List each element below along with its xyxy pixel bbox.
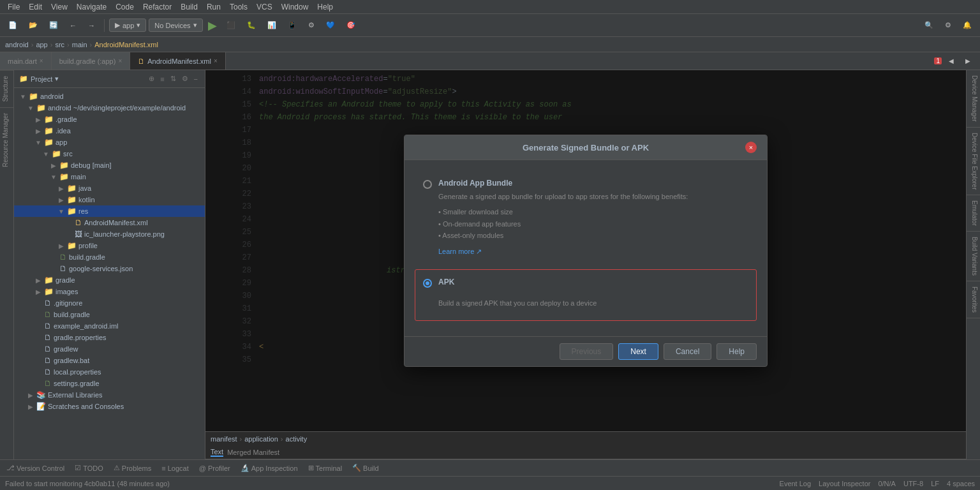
breadcrumb-file[interactable]: AndroidManifest.xml	[94, 41, 158, 48]
manifest-bc-manifest[interactable]: manifest	[211, 435, 237, 443]
left-tab-resource-manager[interactable]: Resource Manager	[0, 107, 13, 172]
tree-item-build-gradle[interactable]: 🗋 build.gradle	[14, 309, 205, 320]
right-tab-build-variants[interactable]: Build Variants	[967, 232, 980, 281]
next-button[interactable]: Next	[618, 343, 658, 360]
notifications-btn[interactable]: 🔔	[958, 19, 976, 32]
back-btn[interactable]: ←	[65, 19, 81, 32]
menu-vcs[interactable]: VCS	[253, 1, 276, 13]
modal-option-apk[interactable]: APK Build a signed APK that you can depl…	[415, 269, 757, 321]
tree-item-android-root[interactable]: ▼ 📁 android	[14, 91, 205, 102]
modal-option-bundle[interactable]: Android App Bundle Generate a signed app…	[415, 170, 757, 264]
new-file-btn[interactable]: 📄	[4, 19, 22, 32]
open-btn[interactable]: 📂	[24, 19, 42, 32]
menu-run[interactable]: Run	[203, 1, 225, 13]
tree-item-scratches[interactable]: ▶ 📝 Scratches and Consoles	[14, 401, 205, 412]
sidebar-action-settings[interactable]: ⚙	[180, 74, 190, 84]
right-tab-favorites[interactable]: Favorites	[967, 281, 980, 318]
status-indent[interactable]: 4 spaces	[947, 480, 975, 487]
radio-apk[interactable]	[423, 279, 432, 288]
menu-navigate[interactable]: Navigate	[73, 1, 110, 13]
menu-window[interactable]: Window	[278, 1, 313, 13]
manifest-tab-merged[interactable]: Merged Manifest	[227, 449, 279, 456]
tree-item-gradle[interactable]: ▶ 📁 .gradle	[14, 114, 205, 125]
tab-androidmanifest[interactable]: 🗋 AndroidManifest.xml ×	[130, 52, 226, 70]
tree-item-res[interactable]: ▼ 📁 res	[14, 205, 205, 217]
tree-item-local-properties[interactable]: 🗋 local.properties	[14, 366, 205, 378]
help-button[interactable]: Help	[716, 343, 757, 360]
sync-btn[interactable]: 🔄	[45, 19, 63, 32]
app-selector[interactable]: ▶ app ▾	[109, 19, 146, 32]
status-line-col[interactable]: 0/N/A	[878, 480, 896, 487]
status-encoding[interactable]: UTF-8	[903, 480, 923, 487]
tab-main-dart[interactable]: main.dart ×	[0, 52, 52, 70]
menu-file[interactable]: File	[4, 1, 24, 13]
tree-item-gradlew-bat[interactable]: 🗋 gradlew.bat	[14, 355, 205, 366]
sidebar-action-locate[interactable]: ⊕	[147, 74, 156, 84]
right-tab-device-file[interactable]: Device File Explorer	[967, 128, 980, 195]
tree-item-settings-gradle[interactable]: 🗋 settings.gradle	[14, 378, 205, 389]
radio-bundle[interactable]	[423, 180, 432, 189]
right-tab-emulator[interactable]: Emulator	[967, 195, 980, 232]
tree-item-profile[interactable]: ▶ 📁 profile	[14, 240, 205, 251]
settings-btn[interactable]: ⚙	[940, 19, 956, 32]
menu-help[interactable]: Help	[313, 1, 337, 13]
bottom-btn-profiler[interactable]: @ Profiler	[195, 463, 234, 473]
scroll-tabs-left[interactable]: ◀	[944, 55, 958, 67]
manifest-bc-activity[interactable]: activity	[286, 435, 308, 443]
cancel-button[interactable]: Cancel	[664, 343, 711, 360]
tree-item-android-path[interactable]: ▼ 📁 android ~/dev/singleproject/example/…	[14, 102, 205, 114]
tree-item-app[interactable]: ▼ 📁 app	[14, 137, 205, 148]
tree-item-androidmanifest[interactable]: 🗋 AndroidManifest.xml	[14, 217, 205, 228]
tree-item-images[interactable]: ▶ 📁 images	[14, 286, 205, 297]
tree-item-src[interactable]: ▼ 📁 src	[14, 148, 205, 160]
right-tab-device-manager[interactable]: Device Manager	[967, 70, 980, 128]
manifest-bc-application[interactable]: application	[244, 435, 278, 443]
tree-item-main[interactable]: ▼ 📁 main	[14, 171, 205, 182]
tree-item-example-iml[interactable]: 🗋 example_android.iml	[14, 320, 205, 332]
tree-item-gitignore[interactable]: 🗋 .gitignore	[14, 297, 205, 309]
breadcrumb-main[interactable]: main	[72, 41, 87, 48]
tab-build-gradle[interactable]: build.gradle (:app) ×	[52, 52, 131, 70]
bottom-btn-build[interactable]: 🔨 Build	[348, 463, 382, 473]
sdk-btn[interactable]: ⚙	[304, 19, 319, 32]
tree-item-debug[interactable]: ▶ 📁 debug [main]	[14, 160, 205, 171]
flutter-btn[interactable]: 💙	[322, 19, 339, 32]
bottom-btn-logcat[interactable]: ≡ Logcat	[158, 463, 192, 473]
run-button[interactable]: ▶	[205, 17, 219, 34]
tree-item-gradle-properties[interactable]: 🗋 gradle.properties	[14, 332, 205, 343]
menu-refactor[interactable]: Refactor	[139, 1, 175, 13]
status-line-sep[interactable]: LF	[931, 480, 939, 487]
avd-btn[interactable]: 📱	[283, 19, 301, 32]
device-selector[interactable]: No Devices ▾	[149, 19, 202, 32]
tree-item-java[interactable]: ▶ 📁 java	[14, 182, 205, 194]
tree-item-build-gradle-app[interactable]: 🗋 build.gradle	[14, 251, 205, 263]
sidebar-action-hide[interactable]: −	[192, 74, 200, 84]
search-everywhere-btn[interactable]: 🔍	[920, 19, 938, 32]
attach-debug-btn[interactable]: 🐛	[242, 19, 260, 32]
editor-content[interactable]: 13 android:hardwareAccelerated="true" 14…	[205, 70, 966, 431]
breadcrumb-android[interactable]: android	[5, 41, 29, 48]
status-event-log[interactable]: Event Log	[780, 480, 812, 487]
tree-item-gradle-folder[interactable]: ▶ 📁 gradle	[14, 274, 205, 286]
scroll-tabs-right[interactable]: ▶	[961, 55, 975, 67]
breadcrumb-app[interactable]: app	[36, 41, 47, 48]
bottom-btn-todo[interactable]: ☑ TODO	[71, 463, 107, 473]
modal-close-btn[interactable]: ×	[745, 142, 757, 153]
sidebar-action-collapse[interactable]: ≡	[158, 74, 166, 84]
status-message[interactable]: Failed to start monitoring 4cb0ab11 (48 …	[5, 480, 170, 487]
tab-main-dart-close[interactable]: ×	[40, 57, 43, 64]
tree-item-external-libs[interactable]: ▶ 📚 External Libraries	[14, 389, 205, 401]
tree-item-ic-launcher[interactable]: 🖼 ic_launcher-playstore.png	[14, 228, 205, 240]
tab-build-gradle-close[interactable]: ×	[118, 57, 122, 64]
tree-item-kotlin[interactable]: ▶ 📁 kotlin	[14, 194, 205, 205]
forward-btn[interactable]: →	[84, 19, 100, 32]
tree-item-gradlew[interactable]: 🗋 gradlew	[14, 343, 205, 355]
dart-btn[interactable]: 🎯	[342, 19, 360, 32]
menu-build[interactable]: Build	[177, 1, 202, 13]
tree-item-idea[interactable]: ▶ 📁 .idea	[14, 125, 205, 137]
sidebar-action-sort[interactable]: ⇅	[168, 74, 178, 84]
status-layout-inspector[interactable]: Layout Inspector	[819, 480, 870, 487]
bottom-btn-version-control[interactable]: ⎇ Version Control	[3, 463, 68, 473]
menu-edit[interactable]: Edit	[25, 1, 46, 13]
bottom-btn-terminal[interactable]: ⊞ Terminal	[304, 463, 346, 473]
